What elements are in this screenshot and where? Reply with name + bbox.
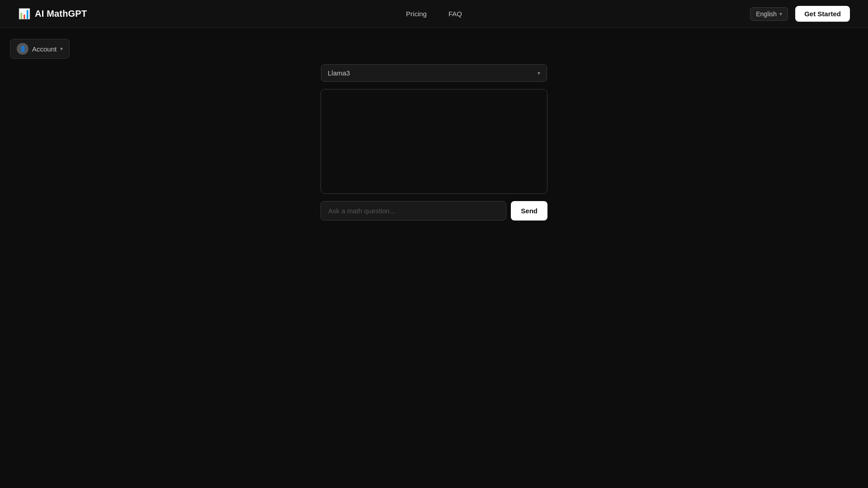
model-selected-label: Llama3 bbox=[328, 69, 350, 77]
chevron-down-icon: ▾ bbox=[779, 11, 782, 17]
avatar: 👤 bbox=[17, 43, 28, 55]
account-chevron-icon: ▾ bbox=[60, 46, 63, 52]
header-right: English ▾ Get Started bbox=[750, 6, 850, 22]
model-selector-wrapper: Llama3 ▾ bbox=[321, 64, 547, 82]
get-started-button[interactable]: Get Started bbox=[795, 6, 850, 22]
faq-nav-link[interactable]: FAQ bbox=[448, 10, 462, 18]
send-button[interactable]: Send bbox=[511, 201, 547, 221]
model-selector[interactable]: Llama3 ▾ bbox=[321, 64, 547, 82]
question-input[interactable] bbox=[321, 201, 506, 221]
brand-area: 📊 AI MathGPT bbox=[18, 9, 87, 19]
avatar-icon: 👤 bbox=[19, 46, 26, 52]
model-chevron-icon: ▾ bbox=[538, 70, 540, 76]
brand-name: AI MathGPT bbox=[35, 9, 87, 19]
main-content: Llama3 ▾ Send bbox=[0, 28, 868, 221]
language-label: English bbox=[756, 10, 777, 18]
language-selector[interactable]: English ▾ bbox=[750, 7, 788, 21]
account-section: 👤 Account ▾ bbox=[10, 39, 70, 59]
input-row: Send bbox=[321, 201, 547, 221]
chat-area bbox=[321, 89, 547, 194]
logo-icon: 📊 bbox=[18, 9, 30, 19]
pricing-nav-link[interactable]: Pricing bbox=[406, 10, 427, 18]
account-label: Account bbox=[32, 45, 57, 53]
header: 📊 AI MathGPT Pricing FAQ English ▾ Get S… bbox=[0, 0, 868, 28]
main-nav: Pricing FAQ bbox=[406, 10, 462, 18]
account-button[interactable]: 👤 Account ▾ bbox=[10, 39, 70, 59]
